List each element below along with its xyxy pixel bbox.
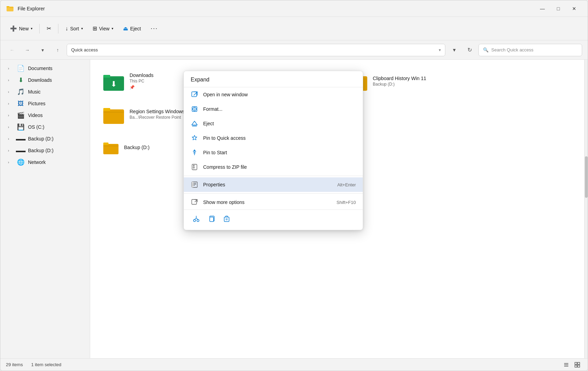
- sidebar-item-backup-d2[interactable]: › ▬▬ Backup (D:): [2, 145, 88, 156]
- svg-rect-48: [578, 365, 580, 367]
- backup-folder-name: Backup (D:): [124, 145, 150, 150]
- recent-button[interactable]: ▾: [36, 44, 49, 56]
- ctx-open-new-window[interactable]: Open in new window: [184, 87, 363, 102]
- svg-rect-38: [210, 217, 214, 222]
- content-area: ⬇ Downloads This PC 📌 ☁: [90, 60, 584, 358]
- ctx-label-pin-quick: Pin to Quick access: [203, 135, 356, 141]
- ctx-compress-zip[interactable]: Compress to ZIP file: [184, 160, 363, 174]
- toolbar-sep-2: [58, 24, 58, 33]
- new-chevron-icon: ▾: [31, 27, 32, 30]
- scrollbar-track[interactable]: [584, 60, 588, 358]
- ctx-eject[interactable]: Eject: [184, 116, 363, 131]
- svg-point-37: [197, 219, 199, 222]
- list-view-toggle[interactable]: [561, 360, 571, 370]
- svg-rect-13: [103, 109, 124, 124]
- address-text: Quick access: [71, 47, 98, 52]
- ctx-format[interactable]: Format...: [184, 102, 363, 116]
- refresh-button[interactable]: ↻: [463, 44, 476, 56]
- minimize-button[interactable]: —: [534, 3, 550, 14]
- sidebar-item-music[interactable]: › 🎵 Music: [2, 86, 88, 98]
- svg-point-20: [194, 109, 195, 110]
- address-bar: ← → ▾ ↑ Quick access ▾ ▾ ↻ 🔍 Search Quic…: [0, 40, 588, 60]
- svg-rect-6: [103, 75, 110, 78]
- compress-zip-icon: [191, 163, 198, 171]
- show-more-icon: [191, 198, 198, 206]
- sort-button[interactable]: ↓ Sort ▾: [61, 23, 87, 34]
- toolbar: ➕ New ▾ ✂ ↓ Sort ▾ ⊞ View ▾ ⏏ Eject ···: [0, 17, 588, 40]
- search-box[interactable]: 🔍 Search Quick access: [478, 44, 582, 56]
- ctx-paste-icon[interactable]: [221, 213, 232, 224]
- new-icon: ➕: [10, 25, 17, 32]
- svg-text:⬇: ⬇: [111, 80, 117, 88]
- ctx-shortcut-properties: Alt+Enter: [337, 182, 356, 187]
- open-new-window-icon: [191, 91, 198, 98]
- sidebar-label-network: Network: [28, 159, 46, 165]
- sort-chevron-icon: ▾: [81, 27, 83, 30]
- ctx-shortcut-show-more: Shift+F10: [336, 200, 356, 205]
- chevron-right-icon: ›: [8, 114, 13, 117]
- sidebar-item-videos[interactable]: › 🎬 Videos: [2, 109, 88, 121]
- forward-button[interactable]: →: [21, 44, 34, 56]
- ctx-copy-icon[interactable]: [206, 213, 217, 224]
- svg-rect-39: [224, 217, 229, 222]
- sidebar-item-downloads[interactable]: › ⬇ Downloads: [2, 74, 88, 86]
- eject-button[interactable]: ⏏ Eject: [119, 23, 145, 34]
- ctx-label-eject: Eject: [203, 121, 356, 126]
- sidebar-item-network[interactable]: › 🌐 Network: [2, 156, 88, 168]
- view-button[interactable]: ⊞ View ▾: [88, 23, 117, 34]
- network-icon: 🌐: [17, 158, 25, 166]
- window-title: File Explorer: [18, 6, 531, 11]
- chevron-right-icon: ›: [8, 67, 13, 70]
- pin-quick-icon: [191, 134, 198, 142]
- view-toggles: [561, 360, 582, 370]
- pictures-icon: 🖼: [17, 100, 25, 107]
- title-bar: File Explorer — □ ✕: [0, 0, 588, 17]
- sidebar-label-music: Music: [28, 89, 41, 95]
- view-icon: ⊞: [93, 25, 97, 32]
- folder-sub-region: Ba...\Recover Restore Point: [130, 115, 189, 120]
- search-icon: 🔍: [483, 47, 489, 52]
- svg-rect-14: [103, 108, 110, 111]
- ctx-separator-2: [184, 193, 363, 194]
- folder-info-region: Region Settings Windows... Ba...\Recover…: [130, 109, 189, 120]
- svg-rect-3: [7, 6, 9, 7]
- folder-name-downloads: Downloads: [130, 72, 153, 78]
- eject-label: Eject: [130, 26, 141, 31]
- address-dropdown[interactable]: ▾: [448, 44, 461, 56]
- address-path[interactable]: Quick access ▾: [67, 44, 445, 56]
- ctx-cut-icon[interactable]: [191, 213, 202, 224]
- close-button[interactable]: ✕: [566, 3, 582, 14]
- more-button[interactable]: ···: [146, 23, 162, 34]
- sidebar-label-documents: Documents: [28, 66, 53, 71]
- pin-icon-downloads: 📌: [130, 85, 153, 90]
- sidebar-item-documents[interactable]: › 📄 Documents: [2, 62, 88, 74]
- sidebar-item-backup-d1[interactable]: › ▬▬ Backup (D:): [2, 133, 88, 145]
- properties-icon: [191, 181, 198, 188]
- sidebar-label-backup-d2: Backup (D:): [28, 148, 54, 153]
- sidebar-item-pictures[interactable]: › 🖼 Pictures: [2, 98, 88, 109]
- maximize-button[interactable]: □: [550, 3, 566, 14]
- sidebar-item-os-c[interactable]: › 💾 OS (C:): [2, 121, 88, 133]
- svg-point-36: [193, 219, 196, 222]
- backup-folder-icon: [103, 139, 119, 156]
- chevron-right-icon: ›: [8, 137, 13, 141]
- ctx-label-pin-start: Pin to Start: [203, 150, 356, 155]
- ctx-show-more[interactable]: Show more options Shift+F10: [184, 195, 363, 209]
- scrollbar-thumb[interactable]: [585, 156, 588, 198]
- up-button[interactable]: ↑: [51, 44, 64, 56]
- svg-rect-22: [192, 126, 197, 126]
- folder-info-clipboard: Clipboard History Win 11 Backup (D:): [373, 76, 426, 87]
- sidebar-label-backup-d1: Backup (D:): [28, 136, 54, 141]
- back-button[interactable]: ←: [6, 44, 18, 56]
- ctx-properties[interactable]: Properties Alt+Enter: [184, 177, 363, 192]
- new-button[interactable]: ➕ New ▾: [6, 23, 37, 34]
- grid-view-toggle[interactable]: [572, 360, 582, 370]
- cut-button[interactable]: ✂: [42, 23, 55, 34]
- ctx-label-properties: Properties: [203, 182, 332, 187]
- chevron-right-icon: ›: [8, 78, 13, 82]
- ctx-pin-start[interactable]: Pin to Start: [184, 145, 363, 160]
- backup-d2-icon: ▬▬: [17, 147, 25, 154]
- music-icon: 🎵: [17, 88, 25, 96]
- ctx-pin-quick[interactable]: Pin to Quick access: [184, 131, 363, 145]
- format-icon: [191, 105, 198, 113]
